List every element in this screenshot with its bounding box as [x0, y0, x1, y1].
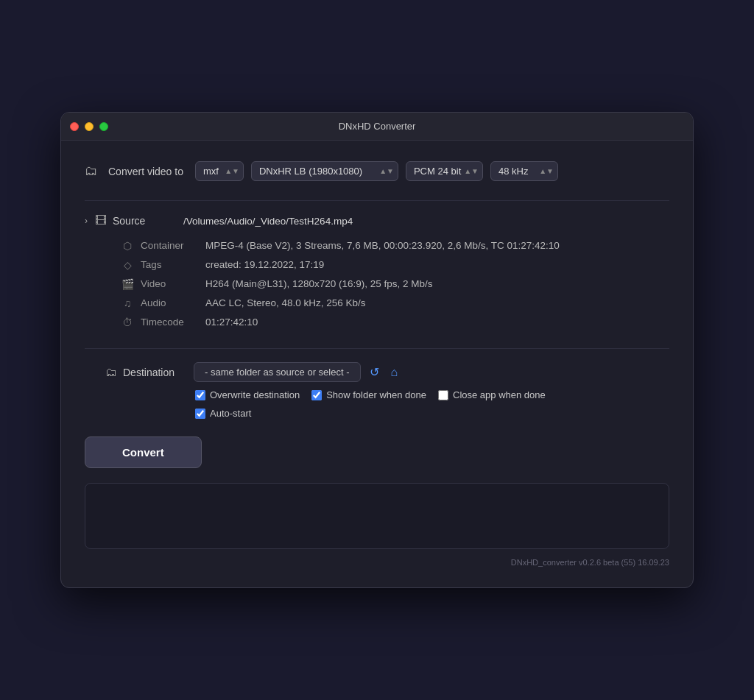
convert-to-row: 🗂 Convert video to mxf mov avi mp4 ▲▼ DN… [85, 161, 669, 181]
footer-version: DNxHD_converter v0.2.6 beta (55) 16.09.2… [85, 558, 669, 570]
timecode-value: 01:27:42:10 [205, 317, 258, 328]
video-row: 🎬 Video H264 (Main@L31), 1280x720 (16:9)… [120, 275, 669, 294]
sample-rate-dropdown-wrapper: 48 kHz 44.1 kHz ▲▼ [490, 161, 558, 181]
titlebar: DNxHD Converter [61, 113, 693, 141]
source-film-icon: 🎞 [95, 214, 107, 227]
close-app-checkbox-item[interactable]: Close app when done [438, 389, 546, 400]
destination-label: Destination [123, 367, 182, 378]
source-header: › 🎞 Source /Volumes/Audio/_Video/TestH26… [85, 214, 669, 227]
audio-row: ♫ Audio AAC LC, Stereo, 48.0 kHz, 256 Kb… [120, 294, 669, 313]
checkboxes-row: Overwrite destination Show folder when d… [85, 389, 669, 400]
destination-header: 🗂 Destination - same folder as source or… [85, 362, 669, 382]
log-area [85, 483, 669, 549]
format-dropdown-wrapper: mxf mov avi mp4 ▲▼ [195, 161, 244, 181]
auto-start-checkbox-item[interactable]: Auto-start [195, 408, 669, 419]
container-label: Container [141, 240, 200, 251]
destination-reset-button[interactable]: ↺ [367, 364, 382, 381]
window-title: DNxHD Converter [339, 121, 416, 132]
minimize-button[interactable] [85, 122, 94, 131]
audio-dropdown-wrapper: PCM 24 bit PCM 16 bit AAC ▲▼ [406, 161, 483, 181]
format-dropdown[interactable]: mxf mov avi mp4 [195, 161, 244, 181]
overwrite-checkbox[interactable] [195, 390, 205, 400]
video-value: H264 (Main@L31), 1280x720 (16:9), 25 fps… [205, 278, 433, 289]
source-label: Source [113, 215, 172, 227]
show-folder-label: Show folder when done [326, 389, 426, 400]
auto-start-label: Auto-start [210, 408, 251, 419]
app-window: DNxHD Converter 🗂 Convert video to mxf m… [60, 112, 694, 588]
tags-row: ◇ Tags created: 19.12.2022, 17:19 [120, 255, 669, 275]
tags-icon: ◇ [120, 259, 135, 271]
close-button[interactable] [70, 122, 79, 131]
close-app-checkbox[interactable] [438, 390, 448, 400]
source-collapse-button[interactable]: › [85, 216, 88, 226]
video-label: Video [141, 278, 200, 289]
tags-label: Tags [141, 259, 200, 270]
show-folder-checkbox-item[interactable]: Show folder when done [311, 389, 426, 400]
audio-value: AAC LC, Stereo, 48.0 kHz, 256 Kb/s [205, 297, 366, 308]
audio-label: Audio [141, 297, 200, 308]
convert-to-label: Convert video to [108, 166, 183, 177]
overwrite-label: Overwrite destination [210, 389, 300, 400]
show-folder-checkbox[interactable] [311, 390, 322, 400]
close-app-label: Close app when done [453, 389, 546, 400]
source-path: /Volumes/Audio/_Video/TestH264.mp4 [183, 216, 353, 227]
auto-start-row: Auto-start [85, 408, 669, 419]
destination-folder-icon: 🗂 [105, 366, 117, 379]
main-content: 🗂 Convert video to mxf mov avi mp4 ▲▼ DN… [61, 141, 693, 587]
timecode-icon: ⏱ [120, 317, 135, 328]
destination-path-button[interactable]: - same folder as source or select - [194, 362, 361, 382]
timecode-row: ⏱ Timecode 01:27:42:10 [120, 313, 669, 332]
tags-value: created: 19.12.2022, 17:19 [205, 259, 324, 270]
video-icon: 🎬 [120, 278, 135, 290]
sample-rate-dropdown[interactable]: 48 kHz 44.1 kHz [490, 161, 558, 181]
maximize-button[interactable] [99, 122, 108, 131]
overwrite-checkbox-item[interactable]: Overwrite destination [195, 389, 300, 400]
audio-waveform-icon: ♫ [120, 297, 135, 309]
source-info-rows: ⬡ Container MPEG-4 (Base V2), 3 Streams,… [85, 236, 669, 332]
convert-button[interactable]: Convert [85, 436, 202, 468]
source-section: › 🎞 Source /Volumes/Audio/_Video/TestH26… [85, 214, 669, 332]
container-icon: ⬡ [120, 240, 135, 252]
codec-dropdown[interactable]: DNxHR LB (1980x1080) DNxHR SQ (1980x1080… [251, 161, 398, 181]
auto-start-checkbox[interactable] [195, 409, 205, 419]
audio-dropdown[interactable]: PCM 24 bit PCM 16 bit AAC [406, 161, 483, 181]
destination-section: 🗂 Destination - same folder as source or… [85, 362, 669, 419]
destination-home-button[interactable]: ⌂ [388, 364, 401, 381]
timecode-label: Timecode [141, 317, 200, 328]
traffic-lights [70, 122, 108, 131]
container-value: MPEG-4 (Base V2), 3 Streams, 7,6 MB, 00:… [205, 240, 560, 251]
convert-folder-icon: 🗂 [85, 163, 98, 179]
codec-dropdown-wrapper: DNxHR LB (1980x1080) DNxHR SQ (1980x1080… [251, 161, 398, 181]
container-row: ⬡ Container MPEG-4 (Base V2), 3 Streams,… [120, 236, 669, 255]
